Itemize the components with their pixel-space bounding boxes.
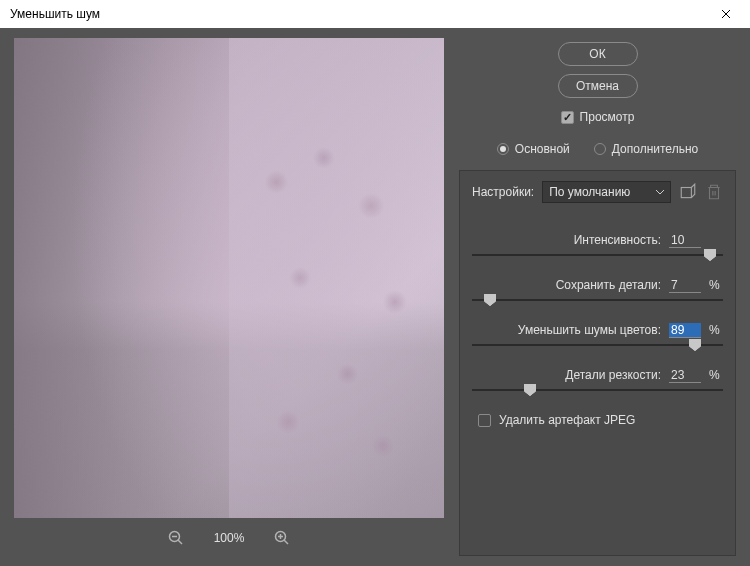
svg-rect-2 [681,188,691,198]
settings-preset-value: По умолчанию [549,185,630,199]
mode-basic-radio[interactable]: Основной [497,142,570,156]
mode-radio-group: Основной Дополнительно [459,142,736,156]
preview-checkbox[interactable] [561,111,574,124]
settings-header: Настройки: По умолчанию [472,181,723,203]
settings-label: Настройки: [472,185,534,199]
color-noise-slider-group: Уменьшить шумы цветов: 89 % [472,323,723,346]
dialog-title: Уменьшить шум [10,7,100,21]
mode-basic-label: Основной [515,142,570,156]
close-icon [721,9,731,19]
jpeg-artifact-label: Удалить артефакт JPEG [499,413,635,427]
color-noise-value[interactable]: 89 [669,323,701,338]
chevron-down-icon [656,190,664,195]
strength-slider-group: Интенсивность: 10 [472,233,723,256]
titlebar: Уменьшить шум [0,0,750,28]
zoom-in-icon [274,530,290,546]
cancel-button[interactable]: Отмена [558,74,638,98]
controls-panel: ОК Отмена Просмотр Основной Дополнительн… [459,38,736,556]
zoom-in-button[interactable] [274,530,290,546]
sharpen-slider-group: Детали резкости: 23 % [472,368,723,391]
strength-value[interactable]: 10 [669,233,701,248]
preview-checkbox-label: Просмотр [580,110,635,124]
slider-thumb[interactable] [704,249,716,261]
settings-preset-select[interactable]: По умолчанию [542,181,671,203]
preview-checkbox-row: Просмотр [459,110,736,124]
preview-image[interactable] [14,38,444,518]
radio-icon [497,143,509,155]
slider-thumb[interactable] [484,294,496,306]
save-preset-icon [679,183,697,201]
preserve-slider[interactable] [472,299,723,301]
preserve-suffix: % [709,278,723,292]
dialog-body: 100% ОК Отмена Просмотр Основной Дополни… [0,28,750,566]
button-group: ОК Отмена [459,42,736,98]
trash-icon [705,183,723,201]
strength-label: Интенсивность: [574,233,661,247]
save-preset-button[interactable] [679,183,697,201]
jpeg-artifact-row: Удалить артефакт JPEG [478,413,723,427]
zoom-out-icon [168,530,184,546]
color-noise-suffix: % [709,323,723,337]
preserve-slider-group: Сохранить детали: 7 % [472,278,723,301]
color-noise-label: Уменьшить шумы цветов: [518,323,661,337]
mode-advanced-radio[interactable]: Дополнительно [594,142,698,156]
preserve-value[interactable]: 7 [669,278,701,293]
strength-slider[interactable] [472,254,723,256]
zoom-out-button[interactable] [168,530,184,546]
radio-icon [594,143,606,155]
zoom-controls: 100% [168,530,291,546]
mode-advanced-label: Дополнительно [612,142,698,156]
sharpen-value[interactable]: 23 [669,368,701,383]
preserve-label: Сохранить детали: [556,278,661,292]
sharpen-suffix: % [709,368,723,382]
jpeg-artifact-checkbox[interactable] [478,414,491,427]
slider-thumb[interactable] [689,339,701,351]
delete-preset-button[interactable] [705,183,723,201]
close-button[interactable] [706,0,746,28]
zoom-level: 100% [214,531,245,545]
slider-thumb[interactable] [524,384,536,396]
ok-button[interactable]: ОК [558,42,638,66]
sharpen-label: Детали резкости: [565,368,661,382]
settings-box: Настройки: По умолчанию Интенсивность: 1… [459,170,736,556]
color-noise-slider[interactable] [472,344,723,346]
preview-panel: 100% [14,38,444,556]
sharpen-slider[interactable] [472,389,723,391]
